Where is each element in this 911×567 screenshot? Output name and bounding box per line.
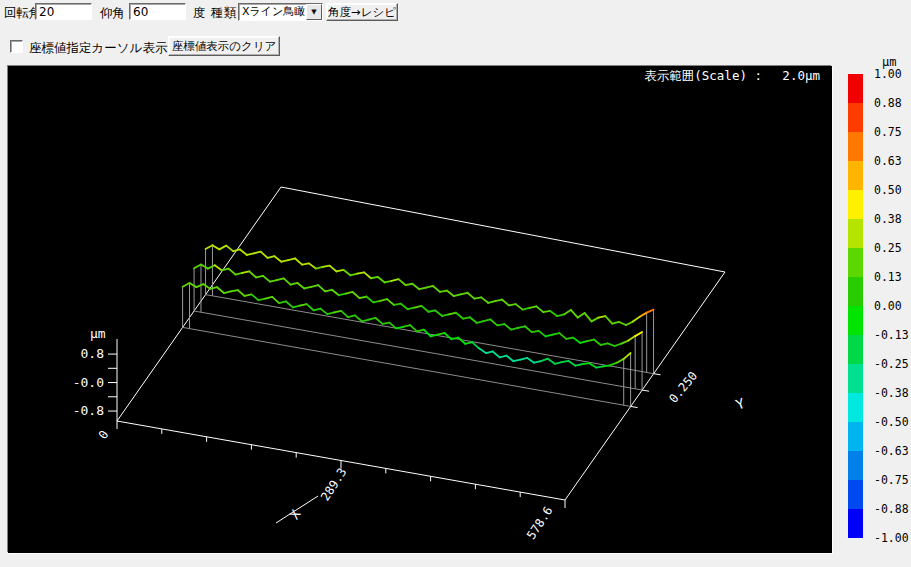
colorbar-swatch: [848, 364, 863, 393]
display-type-value: Xライン鳥瞰図: [242, 5, 305, 19]
y-axis: 0.250Y: [631, 369, 748, 413]
colorbar-tick-label: -0.75: [874, 473, 910, 487]
colorbar-swatch: [848, 190, 863, 219]
colorbar-tick-label: 0.88: [874, 96, 910, 110]
rotation-angle-input[interactable]: [35, 3, 92, 20]
floor-grid: [117, 187, 725, 500]
colorbar-tick-label: 0.00: [874, 299, 910, 313]
colorbar-swatch: [848, 161, 863, 190]
colorbar-tick-label: -0.50: [874, 415, 910, 429]
colorbar-swatch: [848, 509, 863, 538]
scale-readout-label: 表示範囲(Scale) :: [644, 68, 762, 83]
x-axis-tick-label: 0: [96, 428, 112, 442]
colorbar-swatch: [848, 74, 863, 103]
colorbar-swatch: [848, 219, 863, 248]
profile-line-middle: [194, 265, 642, 346]
colorbar-swatch: [848, 480, 863, 509]
scale-readout-value: 2.0μm: [782, 68, 820, 83]
profiler-window: { "toolbar": { "rotation_label": "回転角", …: [0, 0, 911, 567]
colorbar-tick-label: 0.25: [874, 241, 910, 255]
x-axis-tick-label: 578.6: [524, 504, 555, 542]
z-axis-unit-label: μm: [90, 326, 106, 341]
elevation-angle-input[interactable]: [129, 3, 186, 20]
elevation-angle-label: 仰角: [100, 5, 125, 20]
y-axis-title: Y: [734, 395, 748, 413]
y-axis-tick-label: 0.250: [666, 369, 700, 406]
coordinate-cursor-checkbox-label: 座標値指定カーソル表示: [29, 40, 167, 55]
profile-line-back: [206, 245, 654, 325]
colorbar-tick-label: -0.88: [874, 502, 910, 516]
colorbar-tick-label: 0.38: [874, 212, 910, 226]
colorbar-swatch: [848, 393, 863, 422]
profile-baselines: [183, 295, 654, 407]
colorbar-tick-label: 0.50: [874, 183, 910, 197]
z-axis-tick-label: -0.0: [73, 375, 104, 390]
colorbar: μm 1.000.880.750.630.500.380.250.130.00-…: [846, 55, 910, 555]
clear-coordinates-button[interactable]: 座標値表示のクリア: [168, 36, 280, 56]
colorbar-tick-label: 0.13: [874, 270, 910, 284]
chevron-down-icon[interactable]: ▼: [306, 4, 322, 20]
colorbar-tick-label: -0.63: [874, 444, 910, 458]
colorbar-tick-label: -0.13: [874, 328, 910, 342]
type-label: 種類: [211, 5, 236, 20]
profile-drop-lines: [183, 245, 654, 406]
z-axis: 0.8-0.0-0.8μm: [73, 326, 117, 421]
colorbar-swatch: [848, 277, 863, 306]
colorbar-tick-label: 0.75: [874, 125, 910, 139]
z-axis-tick-label: 0.8: [81, 346, 104, 361]
coordinate-cursor-checkbox[interactable]: [10, 40, 23, 53]
colorbar-tick-label: -0.38: [874, 386, 910, 400]
scale-readout: 表示範囲(Scale) :2.0μm: [644, 68, 820, 83]
display-type-dropdown[interactable]: Xライン鳥瞰図 ▼: [238, 3, 323, 21]
colorbar-swatch: [848, 103, 863, 132]
colorbar-swatch: [848, 132, 863, 161]
profile-line-front: [183, 283, 631, 368]
colorbar-swatch: [848, 422, 863, 451]
x-axis-tick-label: 289.3: [318, 466, 349, 504]
colorbar-swatch: [848, 335, 863, 364]
degree-unit-label: 度: [193, 5, 206, 20]
colorbar-swatch: [848, 248, 863, 277]
colorbar-tick-label: 1.00: [874, 67, 910, 81]
colorbar-tick-label: -0.25: [874, 357, 910, 371]
x-axis: 0289.3578.6X: [96, 421, 565, 542]
plot-area[interactable]: 0289.3578.6X0.8-0.0-0.8μm0.250Y表示範囲(Scal…: [8, 66, 832, 553]
colorbar-tick-label: -1.00: [874, 531, 910, 545]
angle-to-recipe-button[interactable]: 角度→レシピ: [326, 3, 398, 21]
z-axis-tick-label: -0.8: [73, 403, 104, 418]
colorbar-tick-label: 0.63: [874, 154, 910, 168]
x-axis-title: X: [287, 507, 304, 522]
colorbar-swatch: [848, 306, 863, 335]
birds-eye-3d-plot: 0289.3578.6X0.8-0.0-0.8μm0.250Y表示範囲(Scal…: [8, 66, 832, 553]
colorbar-swatch: [848, 451, 863, 480]
